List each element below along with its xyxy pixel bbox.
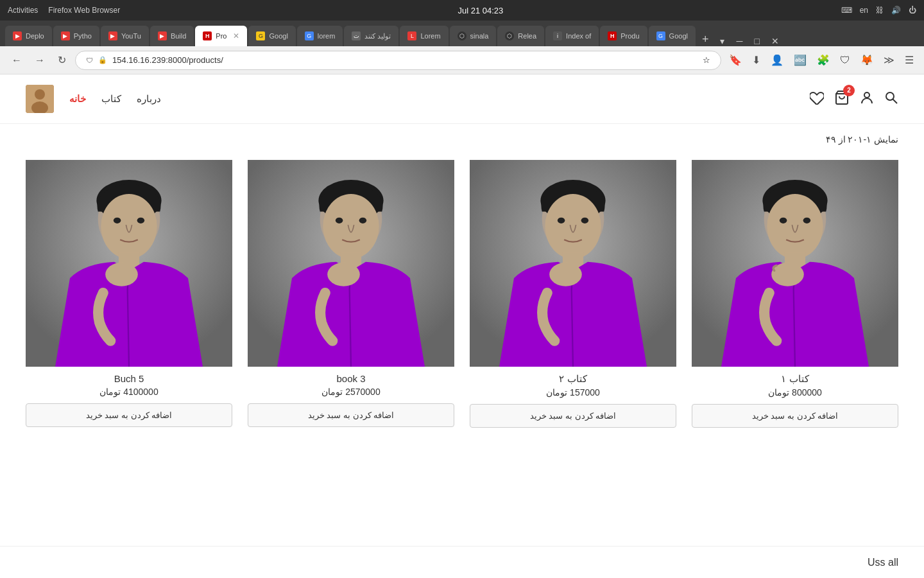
price-currency-1: تومان [768, 387, 789, 398]
user-avatar[interactable] [26, 85, 54, 113]
product-image-1[interactable] [692, 160, 898, 367]
url-text[interactable]: 154.16.16.239:8000/products/ [112, 55, 697, 65]
back-button[interactable]: ← [8, 52, 26, 69]
tab-label-farsi: تولید کنند [364, 32, 391, 40]
tab-overflow-button[interactable]: ▾ [715, 36, 730, 46]
add-to-cart-button-2[interactable]: اضافه کردن به سبد خرید [470, 404, 676, 428]
results-text: نمایش ۱-۲۰۱ از ۴۹ [826, 134, 898, 144]
tab-releases[interactable]: ⬡ Relea [497, 26, 544, 46]
forward-button[interactable]: → [31, 52, 49, 69]
locale-label: en [860, 6, 868, 15]
tab-favicon-google1: G [256, 31, 265, 40]
product-price-2: 157000 تومان [546, 387, 600, 398]
tab-label-youtube: YouTu [121, 32, 141, 40]
new-tab-button[interactable]: + [697, 33, 714, 46]
tab-label-google2: Googl [669, 32, 688, 40]
price-value-2: 157000 [570, 387, 600, 398]
titlebar-left: Activities Firefox Web Browser [8, 6, 120, 15]
tab-close-products[interactable]: ✕ [233, 31, 239, 40]
header-icons: 2 [810, 90, 898, 109]
price-currency-2: تومان [546, 387, 567, 398]
refresh-button[interactable]: ↻ [54, 51, 70, 69]
tab-lorem2[interactable]: L Lorem [400, 26, 448, 46]
extension3-icon[interactable]: 🦊 [858, 51, 876, 69]
user-icon[interactable] [860, 91, 874, 108]
header-nav: درباره کتاب خانه [26, 85, 161, 113]
translate-icon[interactable]: 🔤 [791, 51, 809, 69]
price-value-1: 800000 [792, 387, 822, 398]
search-icon[interactable] [884, 91, 898, 108]
svg-point-28 [359, 218, 367, 223]
more-tools-icon[interactable]: ≫ [881, 51, 897, 69]
price-value-3: 2570000 [345, 387, 381, 397]
product-price-4: 4100000 تومان [99, 387, 158, 397]
tab-favicon-google2: G [656, 31, 665, 40]
power-icon: ⏻ [909, 6, 916, 15]
tab-deploy[interactable]: ▶ Deplo [5, 26, 52, 46]
tab-label-sinala: sinala [470, 32, 489, 40]
nav-ketab[interactable]: کتاب [101, 93, 121, 105]
product-image-4[interactable] [26, 160, 232, 367]
tab-google1[interactable]: G Googl [248, 26, 295, 46]
svg-point-19 [558, 218, 565, 223]
svg-point-36 [137, 218, 145, 223]
maximize-button[interactable]: □ [749, 36, 764, 46]
product-image-2[interactable] [470, 160, 676, 367]
titlebar-clock: Jul 21 04:23 [458, 6, 503, 15]
tab-index[interactable]: i Index of [545, 26, 599, 46]
add-to-cart-button-3[interactable]: اضافه کردن به سبد خرید [248, 403, 454, 427]
product-card-2: کتاب ۲ 157000 تومان اضافه کردن به سبد خر… [470, 160, 676, 428]
wishlist-icon[interactable] [810, 91, 824, 108]
tab-label-releases: Relea [518, 32, 536, 40]
tab-favicon-deploy: ▶ [13, 31, 22, 40]
tab-youtube[interactable]: ▶ YouTu [101, 26, 149, 46]
tab-label-lorem1: lorem [318, 32, 336, 40]
info-icon: 🔒 [98, 56, 107, 64]
profile-icon[interactable]: 👤 [768, 51, 786, 69]
tab-favicon-python: ▶ [61, 31, 70, 40]
address-bar[interactable]: 🛡 🔒 154.16.16.239:8000/products/ ☆ [75, 51, 721, 70]
avatar-image [26, 85, 54, 113]
tab-favicon-releases: ⬡ [505, 31, 514, 40]
nav-darbare[interactable]: درباره [137, 93, 161, 105]
nav-khane[interactable]: خانه [69, 93, 86, 105]
star-icon[interactable]: ☆ [703, 55, 710, 65]
menu-icon[interactable]: ☰ [902, 51, 916, 69]
tab-google2[interactable]: G Googl [649, 26, 696, 46]
tab-label-index: Index of [566, 32, 591, 40]
cart-icon[interactable]: 2 [834, 90, 850, 109]
tab-farsi[interactable]: ت تولید کنند [344, 26, 398, 46]
tab-favicon-produ: H [608, 31, 617, 40]
activities-label[interactable]: Activities [8, 6, 38, 15]
product-image-3[interactable] [248, 160, 454, 367]
tab-products[interactable]: H Pro ✕ [195, 26, 247, 46]
tab-lorem1[interactable]: G lorem [297, 26, 343, 46]
product-name-1: کتاب ۱ [781, 373, 809, 385]
extension2-icon[interactable]: 🛡 [837, 52, 853, 69]
price-value-4: 4100000 [123, 387, 158, 397]
product-card-4: Buch 5 4100000 تومان اضافه کردن به سبد خ… [26, 160, 232, 428]
minimize-button[interactable]: ─ [731, 36, 748, 46]
tab-build[interactable]: ▶ Build [150, 26, 194, 46]
close-window-button[interactable]: ✕ [766, 36, 784, 46]
cart-badge: 2 [843, 85, 855, 96]
svg-line-1 [893, 99, 898, 103]
volume-icon: 🔊 [891, 6, 901, 15]
price-currency-3: تومان [321, 387, 343, 397]
site-header: 2 درباره کتاب خانه [0, 74, 924, 124]
product-name-2: کتاب ۲ [559, 373, 586, 385]
add-to-cart-button-1[interactable]: اضافه کردن به سبد خرید [692, 404, 898, 428]
add-to-cart-button-4[interactable]: اضافه کردن به سبد خرید [26, 403, 232, 427]
tab-sinala[interactable]: ⬡ sinala [450, 26, 497, 46]
tab-favicon-index: i [553, 31, 562, 40]
product-name-3: book 3 [336, 373, 365, 384]
titlebar-right: ⌨ en ⛓ 🔊 ⏻ [841, 6, 916, 15]
extension1-icon[interactable]: 🧩 [814, 51, 832, 69]
lock-icon: 🛡 [86, 57, 93, 64]
download-icon[interactable]: ⬇ [749, 51, 763, 69]
tab-python[interactable]: ▶ Pytho [53, 26, 99, 46]
svg-point-30 [327, 263, 360, 286]
tab-produ[interactable]: H Produ [600, 26, 647, 46]
svg-point-11 [780, 218, 787, 223]
bookmark-icon[interactable]: 🔖 [726, 51, 744, 69]
